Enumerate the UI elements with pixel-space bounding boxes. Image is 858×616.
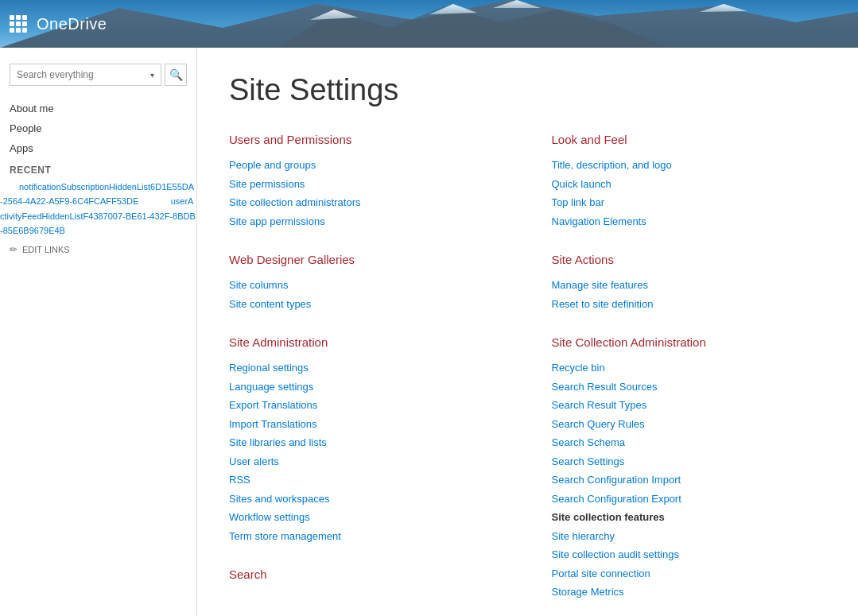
section-heading-search: Search (229, 568, 504, 583)
link-site-collection-admins[interactable]: Site collection administrators (229, 193, 504, 212)
section-heading-site-collection-admin: Site Collection Administration (552, 335, 827, 351)
link-workflow-settings[interactable]: Workflow settings (229, 508, 504, 527)
link-search-config-export[interactable]: Search Configuration Export (552, 490, 827, 509)
link-portal-site-connection[interactable]: Portal site connection (552, 564, 827, 583)
section-look-feel: Look and Feel Title, description, and lo… (552, 133, 827, 231)
sidebar-item-people[interactable]: People (0, 118, 196, 138)
link-manage-site-features[interactable]: Manage site features (552, 276, 827, 295)
link-reset-site-definition[interactable]: Reset to site definition (552, 295, 827, 314)
link-search-schema[interactable]: Search Schema (552, 433, 827, 452)
right-column: Look and Feel Title, description, and lo… (552, 133, 827, 616)
link-site-collection-features[interactable]: Site collection features (552, 508, 827, 527)
section-heading-users-permissions: Users and Permissions (229, 133, 504, 148)
link-site-collection-audit[interactable]: Site collection audit settings (552, 545, 827, 564)
section-heading-look-feel: Look and Feel (552, 133, 827, 148)
topbar-content: OneDrive (10, 15, 107, 33)
link-people-groups[interactable]: People and groups (229, 156, 504, 175)
link-rss[interactable]: RSS (229, 471, 504, 490)
edit-links-label: EDIT LINKS (22, 245, 70, 254)
search-button[interactable]: 🔍 (165, 64, 187, 86)
page-title: Site Settings (229, 73, 826, 107)
link-user-alerts[interactable]: User alerts (229, 452, 504, 471)
link-search-result-sources[interactable]: Search Result Sources (552, 378, 827, 397)
left-column: Users and Permissions People and groups … (229, 133, 504, 616)
link-sites-workspaces[interactable]: Sites and workspaces (229, 490, 504, 509)
link-export-translations[interactable]: Export Translations (229, 396, 504, 415)
link-search-query-rules[interactable]: Search Query Rules (552, 415, 827, 434)
topbar: OneDrive (0, 0, 858, 48)
link-top-link-bar[interactable]: Top link bar (552, 193, 827, 212)
search-box[interactable]: ▾ (10, 64, 161, 86)
main-layout: ▾ 🔍 About me People Apps Recent notifica… (0, 48, 858, 616)
section-users-permissions: Users and Permissions People and groups … (229, 133, 504, 231)
link-search-result-types[interactable]: Search Result Types (552, 396, 827, 415)
pencil-icon: ✏ (10, 244, 17, 255)
content-area: Site Settings Users and Permissions Peop… (197, 48, 858, 616)
topbar-background (0, 0, 858, 48)
edit-links[interactable]: ✏ EDIT LINKS (0, 238, 196, 262)
settings-grid: Users and Permissions People and groups … (229, 133, 826, 616)
link-storage-metrics[interactable]: Storage Metrics (552, 583, 827, 602)
link-site-hierarchy[interactable]: Site hierarchy (552, 527, 827, 546)
section-heading-web-designer: Web Designer Galleries (229, 253, 504, 268)
link-site-content-types[interactable]: Site content types (229, 295, 504, 314)
sidebar-item-about-me[interactable]: About me (0, 99, 196, 118)
link-regional-settings[interactable]: Regional settings (229, 358, 504, 378)
sidebar: ▾ 🔍 About me People Apps Recent notifica… (0, 48, 197, 616)
link-language-settings[interactable]: Language settings (229, 378, 504, 397)
link-import-translations[interactable]: Import Translations (229, 415, 504, 434)
search-input[interactable] (17, 69, 150, 80)
recent-section-label: Recent (0, 158, 196, 179)
waffle-menu-icon[interactable] (10, 15, 27, 33)
link-search-config-import[interactable]: Search Configuration Import (552, 471, 827, 490)
link-recycle-bin[interactable]: Recycle bin (552, 358, 827, 378)
section-web-designer-galleries: Web Designer Galleries Site columns Site… (229, 253, 504, 313)
link-site-permissions[interactable]: Site permissions (229, 175, 504, 194)
section-site-actions: Site Actions Manage site features Reset … (552, 253, 827, 313)
link-site-app-permissions[interactable]: Site app permissions (229, 212, 504, 231)
link-title-description-logo[interactable]: Title, description, and logo (552, 156, 827, 175)
section-heading-site-admin: Site Administration (229, 335, 504, 351)
section-site-administration: Site Administration Regional settings La… (229, 335, 504, 545)
link-quick-launch[interactable]: Quick launch (552, 175, 827, 194)
link-site-columns[interactable]: Site columns (229, 276, 504, 295)
link-navigation-elements[interactable]: Navigation Elements (552, 212, 827, 231)
app-name: OneDrive (37, 15, 107, 33)
section-site-collection-admin: Site Collection Administration Recycle b… (552, 335, 827, 602)
section-heading-site-actions: Site Actions (552, 253, 827, 268)
link-search-settings[interactable]: Search Settings (552, 452, 827, 471)
section-search: Search (229, 568, 504, 583)
sidebar-item-apps[interactable]: Apps (0, 138, 196, 158)
link-term-store[interactable]: Term store management (229, 527, 504, 546)
search-box-container: ▾ 🔍 (0, 60, 196, 99)
search-dropdown-icon[interactable]: ▾ (150, 71, 154, 79)
link-site-libraries-lists[interactable]: Site libraries and lists (229, 433, 504, 452)
